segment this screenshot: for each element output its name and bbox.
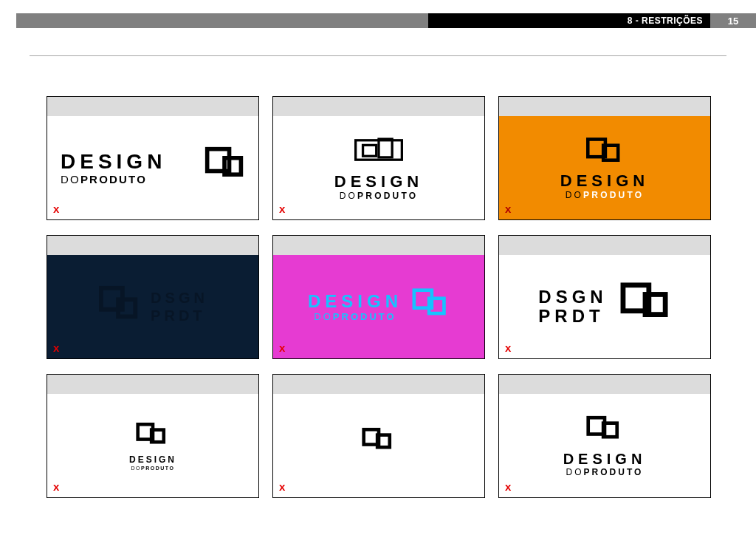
card-header-strip — [47, 97, 258, 116]
brand-line2: DOPRODUTO — [340, 191, 419, 200]
alt-brand-line2: PRDT — [538, 307, 607, 326]
logo-mark-icon — [411, 287, 450, 326]
brand-line1: DESIGN — [129, 455, 176, 464]
brand-line1: DESIGN — [334, 174, 423, 190]
logo-mark-icon — [135, 421, 171, 452]
logo-mark-icon — [584, 136, 625, 168]
page-number: 15 — [710, 13, 756, 28]
divider-rule — [30, 55, 726, 56]
logo-text: DESIGN DOPRODUTO — [61, 151, 166, 185]
reject-x-icon: x — [279, 480, 285, 493]
brand-line2: DOPRODUTO — [566, 191, 645, 200]
brand-line1: DESIGN — [61, 151, 166, 172]
alt-brand-line1: DSGN — [151, 289, 208, 307]
page: 8 - RESTRIÇÕES 15 DESIGN DOPRODUTO x — [0, 0, 756, 535]
brand-line2: DOPRODUTO — [131, 466, 175, 471]
card-body: DESIGN DOPRODUTO — [273, 116, 484, 219]
card-header-strip — [273, 375, 484, 394]
card-header-strip — [499, 375, 710, 394]
brand-line2: DOPRODUTO — [61, 174, 147, 185]
restriction-card-3: DESIGN DOPRODUTO x — [498, 96, 711, 220]
restriction-card-4: DSGN PRDT x — [47, 235, 259, 359]
card-body: DESIGN DOPRODUTO — [499, 394, 710, 497]
brand-line2: DOPRODUTO — [566, 468, 644, 477]
header-grey-segment — [16, 13, 428, 28]
svg-rect-3 — [363, 145, 377, 156]
reject-x-icon: x — [53, 480, 59, 493]
brand-line2: DOPRODUTO — [314, 312, 396, 321]
header-black-segment: 8 - RESTRIÇÕES — [428, 13, 710, 28]
restriction-card-5: DESIGN DOPRODUTO x — [272, 235, 485, 359]
alt-brand-text: DSGN PRDT — [151, 289, 208, 324]
card-body — [273, 394, 484, 497]
card-body: DESIGN DOPRODUTO — [499, 116, 710, 219]
card-header-strip — [273, 97, 484, 116]
card-body: DESIGN DOPRODUTO — [273, 255, 484, 358]
logo-text: DESIGN DOPRODUTO — [308, 293, 402, 321]
brand-line1: DESIGN — [563, 451, 647, 466]
logo-mark-icon — [204, 146, 245, 190]
section-title: 8 - RESTRIÇÕES — [628, 16, 703, 26]
logo-mark-icon — [585, 415, 624, 447]
restriction-card-1: DESIGN DOPRODUTO x — [47, 96, 259, 220]
alt-brand-line1: DSGN — [538, 287, 607, 307]
card-body: DSGN PRDT — [499, 255, 710, 358]
logo-mark-icon — [97, 285, 142, 328]
alt-brand-line2: PRDT — [151, 307, 208, 324]
header-bar: 8 - RESTRIÇÕES 15 — [16, 13, 756, 28]
alt-brand-text: DSGN PRDT — [538, 287, 607, 327]
card-header-strip — [499, 97, 710, 116]
restriction-card-9: DESIGN DOPRODUTO x — [498, 374, 711, 498]
brand-line1: DESIGN — [560, 173, 649, 189]
card-header-strip — [273, 236, 484, 255]
card-body: DSGN PRDT — [47, 255, 258, 358]
brand-line1: DESIGN — [308, 293, 402, 310]
logo-mark-framed-icon — [354, 135, 403, 168]
reject-x-icon: x — [505, 341, 511, 354]
restrictions-grid: DESIGN DOPRODUTO x DESIGN DOPRODUTO x — [47, 96, 711, 498]
restriction-card-8: x — [272, 374, 485, 498]
restriction-card-6: DSGN PRDT x — [498, 235, 711, 359]
logo-mark-icon — [361, 426, 396, 457]
reject-x-icon: x — [505, 202, 511, 215]
reject-x-icon: x — [53, 341, 59, 354]
reject-x-icon: x — [53, 202, 59, 215]
card-body: DESIGN DOPRODUTO — [47, 394, 258, 497]
reject-x-icon: x — [279, 202, 285, 215]
low-contrast-logo: DSGN PRDT — [97, 285, 208, 328]
card-body: DESIGN DOPRODUTO — [47, 116, 258, 219]
svg-rect-4 — [379, 139, 392, 157]
logo-mark-icon — [619, 282, 671, 332]
reject-x-icon: x — [279, 341, 285, 354]
reject-x-icon: x — [505, 480, 511, 493]
card-header-strip — [47, 375, 258, 394]
card-header-strip — [499, 236, 710, 255]
restriction-card-2: DESIGN DOPRODUTO x — [272, 96, 485, 220]
card-header-strip — [47, 236, 258, 255]
restriction-card-7: DESIGN DOPRODUTO x — [47, 374, 259, 498]
